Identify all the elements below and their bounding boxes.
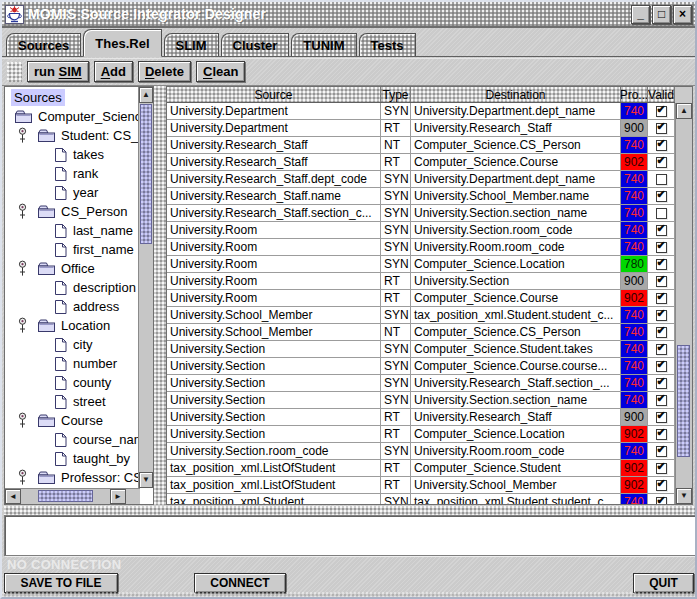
table-row[interactable]: University.Section SYN Computer_Science.… xyxy=(167,358,675,375)
expanded-node-handle-icon[interactable] xyxy=(16,203,29,220)
valid-checkbox[interactable]: ✔ xyxy=(656,395,667,406)
column-header[interactable]: Pro... xyxy=(621,87,648,102)
valid-checkbox[interactable]: ✔ xyxy=(656,293,667,304)
table-row[interactable]: University.Section.room_code SYN Univers… xyxy=(167,443,675,460)
tab-sources[interactable]: Sources xyxy=(6,33,81,56)
scroll-down-icon[interactable]: ▼ xyxy=(139,472,153,488)
table-row[interactable]: University.School_Member NT Computer_Sci… xyxy=(167,324,675,341)
tree-item[interactable]: Sources xyxy=(5,88,138,107)
tab-tests[interactable]: Tests xyxy=(359,33,416,56)
tree-vscroll-thumb[interactable] xyxy=(140,104,152,244)
table-row[interactable]: University.Section SYN Computer_Science.… xyxy=(167,341,675,358)
valid-checkbox[interactable]: ✔ xyxy=(656,310,667,321)
clean-button[interactable]: Clean xyxy=(196,61,245,82)
scroll-right-icon[interactable]: ► xyxy=(110,489,126,504)
quit-button[interactable]: QUIT xyxy=(633,573,694,593)
valid-checkbox[interactable]: ✔ xyxy=(656,225,667,236)
title-bar[interactable]: MOMIS Source Integrator Designer _ □ × xyxy=(2,2,695,28)
table-row[interactable]: University.Section RT University.Researc… xyxy=(167,409,675,426)
table-vertical-scrollbar[interactable]: ▲ ▼ xyxy=(675,103,692,504)
table-row[interactable]: University.Room SYN Computer_Science.Loc… xyxy=(167,256,675,273)
expanded-node-handle-icon[interactable] xyxy=(16,469,29,486)
scroll-up-icon[interactable]: ▲ xyxy=(676,103,692,119)
tree-item[interactable]: Office xyxy=(5,259,138,278)
valid-checkbox[interactable] xyxy=(656,208,667,219)
tab-tunim[interactable]: TUNIM xyxy=(291,33,356,56)
tree-item[interactable]: county xyxy=(5,373,138,392)
table-row[interactable]: University.School_Member SYN tax_positio… xyxy=(167,307,675,324)
toolbar-drag-handle-icon[interactable] xyxy=(7,62,22,82)
table-row[interactable]: University.Research_Staff.name SYN Unive… xyxy=(167,188,675,205)
scroll-down-icon[interactable]: ▼ xyxy=(676,488,692,504)
run-sim-button[interactable]: run SIM xyxy=(27,61,89,82)
table-row[interactable]: University.Research_Staff.section_c... S… xyxy=(167,205,675,222)
valid-checkbox[interactable]: ✔ xyxy=(656,378,667,389)
tab-slim[interactable]: SLIM xyxy=(164,33,219,56)
valid-checkbox[interactable]: ✔ xyxy=(656,463,667,474)
tree-item[interactable]: taught_by xyxy=(5,449,138,468)
log-textarea[interactable] xyxy=(4,515,697,556)
valid-checkbox[interactable]: ✔ xyxy=(656,191,667,202)
tree-hscroll-thumb[interactable] xyxy=(38,490,93,502)
valid-checkbox[interactable]: ✔ xyxy=(656,259,667,270)
vertical-splitter[interactable] xyxy=(154,86,166,505)
tab-cluster[interactable]: Cluster xyxy=(221,33,290,56)
valid-checkbox[interactable]: ✔ xyxy=(656,446,667,457)
scroll-up-icon[interactable]: ▲ xyxy=(139,87,153,103)
table-row[interactable]: University.Department RT University.Rese… xyxy=(167,120,675,137)
tree-item[interactable]: rank xyxy=(5,164,138,183)
valid-checkbox[interactable]: ✔ xyxy=(656,157,667,168)
tree-item[interactable]: Student: CS_Per xyxy=(5,126,138,145)
add-button[interactable]: Add xyxy=(94,61,133,82)
table-row[interactable]: tax_position_xml.Student SYN tax_positio… xyxy=(167,494,675,504)
tree-item[interactable]: Professor: CS_P xyxy=(5,468,138,487)
tab-thes-rel[interactable]: Thes.Rel xyxy=(83,29,161,57)
tree-item[interactable]: Course xyxy=(5,411,138,430)
valid-checkbox[interactable]: ✔ xyxy=(656,344,667,355)
valid-checkbox[interactable]: ✔ xyxy=(656,123,667,134)
save-to-file-button[interactable]: SAVE TO FILE xyxy=(4,573,118,593)
tree-item[interactable]: first_name xyxy=(5,240,138,259)
valid-checkbox[interactable]: ✔ xyxy=(656,106,667,117)
table-vscroll-thumb[interactable] xyxy=(677,345,690,457)
delete-button[interactable]: Delete xyxy=(138,61,191,82)
expanded-node-handle-icon[interactable] xyxy=(16,412,29,429)
valid-checkbox[interactable]: ✔ xyxy=(656,327,667,338)
tree-item[interactable]: city xyxy=(5,335,138,354)
tree-vertical-scrollbar[interactable]: ▲ ▼ xyxy=(138,87,153,488)
tree-item[interactable]: number xyxy=(5,354,138,373)
valid-checkbox[interactable]: ✔ xyxy=(656,140,667,151)
table-row[interactable]: University.Room SYN University.Section.r… xyxy=(167,222,675,239)
valid-checkbox[interactable]: ✔ xyxy=(656,429,667,440)
tree-item[interactable]: course_nam xyxy=(5,430,138,449)
connect-button[interactable]: CONNECT xyxy=(194,573,286,593)
table-row[interactable]: University.Room RT University.Section 90… xyxy=(167,273,675,290)
scroll-left-icon[interactable]: ◄ xyxy=(5,489,21,504)
table-row[interactable]: University.Research_Staff NT Computer_Sc… xyxy=(167,137,675,154)
horizontal-splitter[interactable] xyxy=(4,506,697,515)
valid-checkbox[interactable]: ✔ xyxy=(656,497,667,505)
maximize-button[interactable]: □ xyxy=(652,5,671,24)
column-header[interactable]: Source xyxy=(167,87,381,102)
table-row[interactable]: University.Section RT Computer_Science.L… xyxy=(167,426,675,443)
valid-checkbox[interactable] xyxy=(656,174,667,185)
close-button[interactable]: × xyxy=(673,5,692,24)
table-row[interactable]: University.Room RT Computer_Science.Cour… xyxy=(167,290,675,307)
table-row[interactable]: University.Department SYN University.Dep… xyxy=(167,103,675,120)
tree-item[interactable]: address xyxy=(5,297,138,316)
valid-checkbox[interactable]: ✔ xyxy=(656,361,667,372)
expanded-node-handle-icon[interactable] xyxy=(16,317,29,334)
tree-item[interactable]: takes xyxy=(5,145,138,164)
valid-checkbox[interactable]: ✔ xyxy=(656,412,667,423)
minimize-button[interactable]: _ xyxy=(631,5,650,24)
table-row[interactable]: University.Section SYN University.Sectio… xyxy=(167,392,675,409)
tree-item[interactable]: year xyxy=(5,183,138,202)
table-row[interactable]: University.Section SYN University.Resear… xyxy=(167,375,675,392)
expanded-node-handle-icon[interactable] xyxy=(16,260,29,277)
tree-item[interactable]: CS_Person xyxy=(5,202,138,221)
table-row[interactable]: University.Research_Staff RT Computer_Sc… xyxy=(167,154,675,171)
tree-item[interactable]: last_name xyxy=(5,221,138,240)
table-row[interactable]: tax_position_xml.ListOfStudent RT Comput… xyxy=(167,460,675,477)
column-header[interactable]: Type xyxy=(381,87,411,102)
table-row[interactable]: tax_position_xml.ListOfStudent RT Univer… xyxy=(167,477,675,494)
